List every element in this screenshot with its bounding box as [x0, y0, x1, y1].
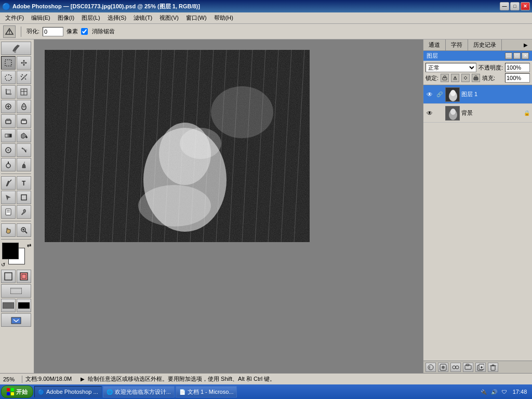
layer-1-visibility-toggle[interactable]: 👁 [425, 90, 434, 99]
menu-filter[interactable]: 滤镜(T) [130, 13, 155, 23]
background-erase-tool[interactable] [17, 114, 31, 128]
layers-panel-close[interactable]: ✕ [522, 52, 529, 59]
lock-image-icon[interactable] [451, 74, 459, 82]
menu-view[interactable]: 视图(V) [156, 13, 182, 23]
svg-rect-89 [7, 388, 10, 391]
crop-tool[interactable] [1, 85, 16, 99]
menu-select[interactable]: 选择(S) [104, 13, 130, 23]
rect-select-tool[interactable] [1, 56, 16, 70]
erase-tool[interactable] [1, 114, 16, 128]
svg-point-60 [211, 86, 273, 138]
antialias-checkbox[interactable] [81, 28, 88, 35]
taskbar-word-btn[interactable]: 📄 文档 1 - Microso... [176, 386, 237, 397]
lock-all-icon[interactable] [472, 74, 480, 82]
layer-group-button[interactable] [463, 363, 473, 372]
menu-layer[interactable]: 图层(L) [78, 13, 103, 23]
taskbar-browser-icon: 🌐 [107, 389, 113, 395]
blur-tool[interactable] [1, 143, 16, 157]
layer-bg-visibility-toggle[interactable]: 👁 [425, 109, 434, 117]
taskbar-browser-btn[interactable]: 🌐 欢迎光临临东方设计... [103, 386, 175, 397]
panel-expand-button[interactable]: ▶ [520, 39, 532, 50]
burn-tool[interactable] [17, 158, 31, 171]
svg-point-79 [456, 366, 459, 369]
tab-history[interactable]: 历史记录 [468, 39, 502, 50]
tool-row-jump [1, 313, 33, 327]
menu-window[interactable]: 窗口(W) [183, 13, 210, 23]
svg-rect-88 [492, 365, 494, 366]
tab-channels[interactable]: 通道 [423, 39, 446, 50]
screen-mode-2[interactable] [1, 299, 16, 312]
lock-transparent-icon[interactable] [441, 74, 449, 82]
menu-help[interactable]: 帮助(H) [211, 13, 236, 23]
lasso-tool[interactable] [1, 71, 16, 84]
notes-tool[interactable] [1, 205, 16, 219]
svg-point-2 [14, 51, 16, 53]
clone-tool[interactable] [17, 100, 31, 113]
start-button[interactable]: 开始 [1, 385, 33, 398]
reset-colors-button[interactable]: ↺ [1, 262, 5, 268]
status-arrow-button[interactable]: ▶ [81, 376, 85, 382]
tool-row-pen: T [1, 176, 33, 190]
tool-row-2 [1, 71, 33, 84]
svg-rect-33 [11, 288, 21, 289]
fill-input[interactable] [505, 73, 530, 83]
taskbar-photoshop-btn[interactable]: 🔵 Adobe Photoshop ... [34, 386, 102, 397]
svg-rect-91 [7, 392, 10, 395]
title-bar-text: Adobe Photoshop — [DSC01773.jpg(100).psd… [12, 3, 200, 10]
menu-file[interactable]: 文件(F) [2, 13, 27, 23]
screen-mode-1[interactable] [1, 284, 31, 298]
tool-row-screen-1 [1, 284, 33, 298]
maximize-button[interactable]: □ [510, 2, 520, 10]
zoom-tool[interactable] [17, 223, 31, 237]
blend-mode-select[interactable]: 正常 [425, 63, 476, 72]
brush-tool[interactable] [1, 42, 31, 55]
lock-position-icon[interactable] [461, 74, 470, 82]
jump-to-imageready[interactable] [1, 313, 31, 327]
opacity-input[interactable] [505, 63, 530, 72]
menu-edit[interactable]: 编辑(E) [28, 13, 54, 23]
delete-layer-button[interactable] [488, 363, 498, 372]
healing-tool[interactable] [1, 100, 16, 113]
new-layer-button[interactable] [475, 363, 486, 372]
tool-row-1 [1, 56, 33, 70]
hand-tool[interactable] [1, 223, 16, 237]
layer-style-button[interactable]: f [425, 363, 436, 372]
path-select-tool[interactable] [1, 191, 16, 204]
layer-mask-button[interactable] [438, 363, 448, 372]
layers-panel: 图层 — □ ✕ 正常 不透明度: 锁定: [423, 51, 532, 373]
pen-tool[interactable] [1, 176, 16, 190]
layers-panel-max[interactable]: □ [513, 52, 521, 59]
close-button[interactable]: ✕ [521, 2, 530, 10]
shape-tool[interactable] [17, 191, 31, 204]
foreground-color-swatch[interactable] [2, 243, 19, 259]
tray-network-icon: 🔌 [480, 388, 488, 396]
standard-mode-btn[interactable] [1, 270, 16, 283]
tab-chars[interactable]: 字符 [446, 39, 468, 50]
swap-colors-button[interactable]: ⇄ [27, 243, 31, 248]
layers-panel-min[interactable]: — [505, 52, 512, 59]
layer-1-link: 🔗 [435, 90, 444, 99]
svg-rect-36 [11, 317, 21, 324]
slice-tool[interactable] [17, 85, 31, 99]
layer-item-bg[interactable]: 👁 背景 🔒 [423, 104, 532, 123]
type-tool[interactable]: T [17, 176, 31, 190]
quick-mask-btn[interactable] [17, 270, 31, 283]
layer-item-1[interactable]: 👁 🔗 图层 1 [423, 85, 532, 104]
layer-adjustment-button[interactable] [450, 363, 461, 372]
layer-list: 👁 🔗 图层 1 👁 [423, 85, 532, 361]
gradient-tool[interactable] [1, 129, 16, 142]
magic-wand-tool[interactable] [17, 71, 31, 84]
smudge-tool[interactable] [17, 143, 31, 157]
minimize-button[interactable]: — [500, 2, 509, 10]
menu-image[interactable]: 图像(I) [55, 13, 77, 23]
svg-rect-29 [5, 273, 12, 280]
feather-input[interactable] [43, 27, 63, 36]
svg-text:T: T [22, 180, 26, 187]
status-hint: 绘制任意选区或移动选区外框。要用附加选项，使用 Shift、Alt 和 Ctrl… [88, 375, 529, 383]
eyedropper-tool[interactable] [17, 205, 31, 219]
dodge-tool[interactable] [1, 158, 16, 171]
move-tool[interactable] [17, 56, 31, 70]
screen-mode-3[interactable] [17, 299, 31, 312]
canvas-area[interactable] [34, 39, 423, 373]
paint-bucket-tool[interactable] [17, 129, 31, 142]
